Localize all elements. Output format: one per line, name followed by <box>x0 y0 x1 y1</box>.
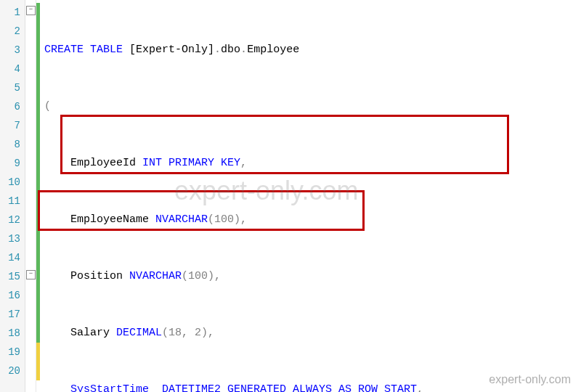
code-editor[interactable]: 1234567891011121314151617181920 − − CREA… <box>0 0 581 392</box>
line-number: 19 <box>3 343 20 362</box>
line-number: 6 <box>3 97 20 116</box>
line-number: 5 <box>3 78 20 97</box>
line-number: 2 <box>3 22 20 41</box>
line-number: 11 <box>3 192 20 211</box>
fold-column: − − <box>25 0 36 392</box>
code-line: EmployeeName NVARCHAR(100), <box>44 211 581 229</box>
line-number: 15 <box>3 267 20 286</box>
code-line: Position NVARCHAR(100), <box>44 267 581 286</box>
fold-toggle-icon[interactable]: − <box>26 270 36 279</box>
line-number: 4 <box>3 60 20 78</box>
code-line: Salary DECIMAL(18, 2), <box>44 324 581 343</box>
line-number: 10 <box>3 173 20 192</box>
line-number: 8 <box>3 135 20 154</box>
line-number: 13 <box>3 229 20 248</box>
line-number: 14 <box>3 248 20 267</box>
line-number: 7 <box>3 116 20 135</box>
line-number: 1 <box>3 3 20 22</box>
line-number: 18 <box>3 324 20 343</box>
code-area[interactable]: CREATE TABLE [Expert-Only].dbo.Employee … <box>40 0 581 392</box>
line-number-gutter: 1234567891011121314151617181920 <box>0 0 25 392</box>
line-number: 16 <box>3 286 20 305</box>
line-number: 20 <box>3 362 20 380</box>
line-number: 12 <box>3 211 20 229</box>
code-line: SysStartTime DATETIME2 GENERATED ALWAYS … <box>44 380 581 392</box>
line-number: 3 <box>3 41 20 60</box>
line-number: 9 <box>3 154 20 173</box>
code-line: EmployeeId INT PRIMARY KEY, <box>44 154 581 173</box>
line-number: 17 <box>3 305 20 324</box>
fold-toggle-icon[interactable]: − <box>26 6 36 15</box>
code-line: CREATE TABLE [Expert-Only].dbo.Employee <box>44 41 581 60</box>
code-line: ( <box>44 97 581 116</box>
